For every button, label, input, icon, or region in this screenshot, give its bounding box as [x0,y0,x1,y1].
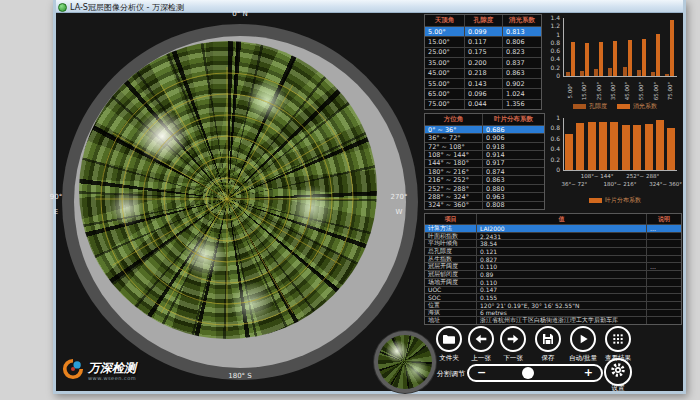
bar [588,122,596,170]
legend: 孔隙度消光系数 [547,102,683,111]
table-cell: 0.117 [465,37,503,46]
segmentation-slider[interactable]: − + [467,364,603,382]
table-cell: 0.963 [483,193,544,200]
table-row[interactable]: 海拔6 metres [425,310,681,318]
table-cell: 65.00° [425,89,465,98]
save-icon [535,326,561,352]
slider-plus-button[interactable]: + [584,367,593,379]
table-row[interactable]: 108° ~ 144°0.914 [425,151,544,159]
bar [667,128,675,170]
table-row[interactable]: 叶面积指数2.2431 [425,233,681,241]
table-cell: 0.874 [483,168,544,175]
table-row[interactable]: 65.00°0.0961.024 [425,89,541,99]
table-cell: 0.863 [483,176,544,183]
table-cell: 0.044 [465,100,503,109]
table-cell [647,233,681,240]
table-cell: UOC [425,287,477,294]
table-row[interactable]: 72° ~ 108°0.918 [425,143,544,151]
table-row[interactable]: 144° ~ 180°0.917 [425,160,544,168]
bar [565,134,573,170]
table-row[interactable]: UOC0.147 [425,287,681,295]
column-header: 项目 [425,214,477,224]
table-row[interactable]: 25.00°0.1750.823 [425,48,541,58]
table-cell: … [647,263,681,270]
zenith-angle-table: 天顶角孔隙度消光系数5.00°0.0990.81315.00°0.1170.80… [424,14,542,110]
bar [637,70,641,76]
table-row[interactable]: 75.00°0.0441.356 [425,100,541,109]
table-row[interactable]: 计算方法LAI2000… [425,225,681,233]
table-row[interactable]: 位置120° 21' 0.19"E, 30° 16' 52.55"N [425,302,681,310]
table-header-row: 天顶角孔隙度消光系数 [425,15,541,27]
table-cell: 0.902 [503,79,541,88]
legend-item: 叶片分布系数 [589,196,641,205]
table-row[interactable]: 216° ~ 252°0.863 [425,176,544,184]
legend-item: 孔隙度 [573,102,607,111]
x-axis-tick-label: 35.00° [610,78,616,104]
table-row[interactable]: 5.00°0.0990.813 [425,27,541,37]
bar [628,40,632,76]
y-axis-tick-label: 0 [547,167,560,173]
table-cell: 0.863 [503,69,541,78]
table-row[interactable]: 36° ~ 72°0.906 [425,134,544,142]
table-row[interactable]: 252° ~ 288°0.880 [425,185,544,193]
slider-knob[interactable] [522,367,534,379]
y-axis-tick-label: 0.4 [547,56,560,62]
table-cell: 0.143 [465,79,503,88]
table-cell [647,271,681,278]
table-row[interactable]: 180° ~ 216°0.874 [425,168,544,176]
table-cell: 0° ~ 36° [425,126,483,133]
settings-button[interactable] [604,358,632,386]
table-row[interactable]: 平均叶倾角38.54 [425,240,681,248]
table-cell [647,294,681,301]
bar [571,42,575,76]
table-cell: 36° ~ 72° [425,134,483,141]
table-cell: 216° ~ 252° [425,176,483,183]
thumbnail-image [378,335,432,389]
table-row[interactable]: 冠层开阔度0.110… [425,263,681,271]
compass-south-label: 180° S [222,372,258,380]
table-cell: 0.813 [503,27,541,36]
table-cell: 25.00° [425,48,465,57]
table-row[interactable]: 324° ~ 360°0.808 [425,202,544,209]
wseen-logo-icon [62,358,84,384]
compass-east-deg-label: 90° [46,193,66,201]
column-header: 孔隙度 [465,15,503,26]
table-cell [647,287,681,294]
table-row[interactable]: 15.00°0.1170.806 [425,37,541,47]
table-row[interactable]: 丛生指数0.827 [425,256,681,264]
table-row[interactable]: 0° ~ 36°0.686 [425,126,544,134]
table-row[interactable]: 场地开阔度0.110 [425,279,681,287]
canopy-fisheye-image[interactable] [79,41,377,339]
bar [656,120,664,170]
x-axis-tick-label: 55.00° [638,78,644,104]
table-cell: 平均叶倾角 [425,240,477,247]
table-row[interactable]: 35.00°0.2000.837 [425,58,541,68]
table-cell: 0.880 [483,185,544,192]
x-axis-tick-label: 5.00° [567,78,573,104]
table-header-row: 方位角叶片分布系数 [425,114,544,126]
table-row[interactable]: 冠层郁闭度0.89 [425,271,681,279]
bar [645,124,653,170]
table-row[interactable]: SOC0.155 [425,294,681,302]
table-cell: 288° ~ 324° [425,193,483,200]
table-cell: 35.00° [425,58,465,67]
next-arrow-icon [500,326,526,352]
porosity-extinction-chart: 00.20.40.60.811.21.45.00°15.00°25.00°35.… [547,14,683,110]
table-cell: 180° ~ 216° [425,168,483,175]
table-row[interactable]: 总孔隙度0.121 [425,248,681,256]
table-cell [647,317,681,324]
gear-icon [609,361,627,383]
column-header: 方位角 [425,114,483,125]
bar [665,74,669,76]
x-axis-tick-label: 108°~ 144° [575,173,619,179]
bar [608,68,612,76]
x-axis-tick-label: 252°~ 288° [621,173,665,179]
table-row[interactable]: 45.00°0.2180.863 [425,69,541,79]
table-row[interactable]: 55.00°0.1430.902 [425,79,541,89]
compass-north-label: 0° N [222,10,258,18]
x-axis-tick-label: 65.00° [653,78,659,104]
slider-minus-button[interactable]: − [477,367,486,379]
table-row[interactable]: 288° ~ 324°0.963 [425,193,544,201]
table-cell [647,302,681,309]
table-row[interactable]: 地址浙江省杭州市江干区白杨街道浙江理工大学后勤车库 [425,317,681,324]
